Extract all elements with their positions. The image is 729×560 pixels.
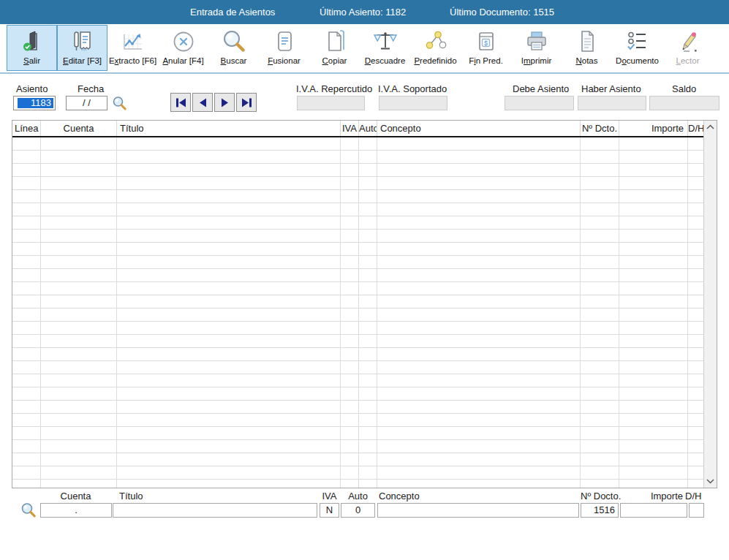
search-icon[interactable] xyxy=(20,502,37,521)
table-row[interactable] xyxy=(12,453,704,466)
table-cell[interactable] xyxy=(12,137,41,150)
table-cell[interactable] xyxy=(12,401,41,413)
toolbar-button-documento[interactable]: Documento xyxy=(612,25,662,71)
table-cell[interactable] xyxy=(619,190,688,203)
table-cell[interactable] xyxy=(619,453,688,466)
table-cell[interactable] xyxy=(688,151,704,163)
table-row[interactable] xyxy=(12,295,704,309)
table-cell[interactable] xyxy=(117,269,341,281)
table-cell[interactable] xyxy=(581,243,619,255)
table-cell[interactable] xyxy=(359,335,377,347)
toolbar-button-salir[interactable]: Salir xyxy=(7,25,57,71)
table-cell[interactable] xyxy=(359,269,377,281)
table-cell[interactable] xyxy=(688,137,704,150)
table-cell[interactable] xyxy=(619,282,688,295)
table-cell[interactable] xyxy=(619,401,688,413)
table-row[interactable] xyxy=(12,466,704,480)
table-cell[interactable] xyxy=(117,322,341,334)
table-row[interactable] xyxy=(12,243,704,256)
table-cell[interactable] xyxy=(359,216,377,229)
table-cell[interactable] xyxy=(359,309,377,321)
entry-concepto-input[interactable] xyxy=(377,503,579,518)
toolbar-button-imprimir[interactable]: Imprimir xyxy=(511,25,562,71)
vertical-scrollbar[interactable] xyxy=(703,121,717,488)
table-cell[interactable] xyxy=(619,216,688,229)
table-cell[interactable] xyxy=(688,401,704,413)
table-cell[interactable] xyxy=(581,216,619,229)
table-cell[interactable] xyxy=(359,387,377,400)
scroll-up-button[interactable] xyxy=(704,121,717,133)
table-cell[interactable] xyxy=(117,466,341,479)
table-cell[interactable] xyxy=(581,361,619,374)
table-cell[interactable] xyxy=(377,440,581,453)
table-cell[interactable] xyxy=(117,387,341,400)
table-cell[interactable] xyxy=(619,374,688,387)
table-row[interactable] xyxy=(12,137,704,151)
table-cell[interactable] xyxy=(581,480,619,488)
table-cell[interactable] xyxy=(688,361,704,374)
table-cell[interactable] xyxy=(41,309,117,321)
table-cell[interactable] xyxy=(341,269,359,281)
table-cell[interactable] xyxy=(12,177,41,189)
table-row[interactable] xyxy=(12,151,704,164)
table-cell[interactable] xyxy=(12,374,41,387)
table-cell[interactable] xyxy=(117,282,341,295)
table-cell[interactable] xyxy=(581,322,619,334)
table-cell[interactable] xyxy=(117,480,341,488)
table-cell[interactable] xyxy=(341,374,359,387)
table-cell[interactable] xyxy=(359,348,377,360)
table-cell[interactable] xyxy=(41,414,117,426)
table-cell[interactable] xyxy=(12,269,41,281)
table-cell[interactable] xyxy=(341,440,359,453)
table-cell[interactable] xyxy=(41,401,117,413)
table-cell[interactable] xyxy=(619,164,688,176)
column-header-cuenta[interactable]: Cuenta xyxy=(41,121,117,136)
table-cell[interactable] xyxy=(688,230,704,242)
table-cell[interactable] xyxy=(41,466,117,479)
table-cell[interactable] xyxy=(619,137,688,150)
table-cell[interactable] xyxy=(581,203,619,216)
table-cell[interactable] xyxy=(688,466,704,479)
table-cell[interactable] xyxy=(341,177,359,189)
table-row[interactable] xyxy=(12,387,704,401)
table-cell[interactable] xyxy=(377,414,581,426)
table-cell[interactable] xyxy=(12,348,41,360)
table-cell[interactable] xyxy=(12,216,41,229)
table-cell[interactable] xyxy=(117,177,341,189)
table-cell[interactable] xyxy=(12,440,41,453)
table-cell[interactable] xyxy=(341,335,359,347)
entry-dh-input[interactable] xyxy=(689,503,704,518)
table-cell[interactable] xyxy=(341,453,359,466)
table-cell[interactable] xyxy=(619,151,688,163)
table-cell[interactable] xyxy=(619,295,688,308)
nav-first-button[interactable] xyxy=(170,93,191,112)
table-cell[interactable] xyxy=(12,414,41,426)
table-cell[interactable] xyxy=(41,269,117,281)
table-cell[interactable] xyxy=(581,387,619,400)
table-cell[interactable] xyxy=(581,230,619,242)
table-cell[interactable] xyxy=(41,151,117,163)
table-cell[interactable] xyxy=(359,243,377,255)
table-cell[interactable] xyxy=(117,243,341,255)
table-cell[interactable] xyxy=(41,282,117,295)
table-cell[interactable] xyxy=(581,348,619,360)
table-cell[interactable] xyxy=(117,361,341,374)
table-cell[interactable] xyxy=(688,295,704,308)
table-cell[interactable] xyxy=(581,453,619,466)
table-cell[interactable] xyxy=(117,453,341,466)
table-row[interactable] xyxy=(12,322,704,335)
toolbar-button-editar[interactable]: Editar [F3] xyxy=(57,25,107,71)
table-cell[interactable] xyxy=(377,230,581,242)
column-header-iva[interactable]: IVA xyxy=(341,121,359,136)
table-cell[interactable] xyxy=(12,230,41,242)
table-cell[interactable] xyxy=(41,243,117,255)
table-cell[interactable] xyxy=(359,137,377,150)
table-cell[interactable] xyxy=(41,164,117,176)
table-cell[interactable] xyxy=(117,401,341,413)
table-cell[interactable] xyxy=(12,295,41,308)
table-cell[interactable] xyxy=(359,414,377,426)
column-header-ndcto[interactable]: Nº Dcto. xyxy=(581,121,619,136)
table-cell[interactable] xyxy=(41,216,117,229)
table-cell[interactable] xyxy=(359,322,377,334)
table-cell[interactable] xyxy=(688,414,704,426)
